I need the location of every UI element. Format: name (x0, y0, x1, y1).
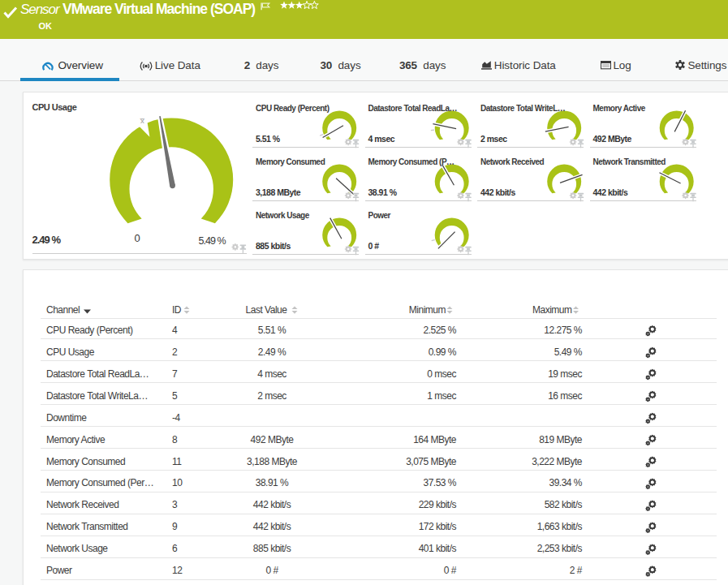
svg-text:x̅: x̅ (140, 116, 144, 125)
